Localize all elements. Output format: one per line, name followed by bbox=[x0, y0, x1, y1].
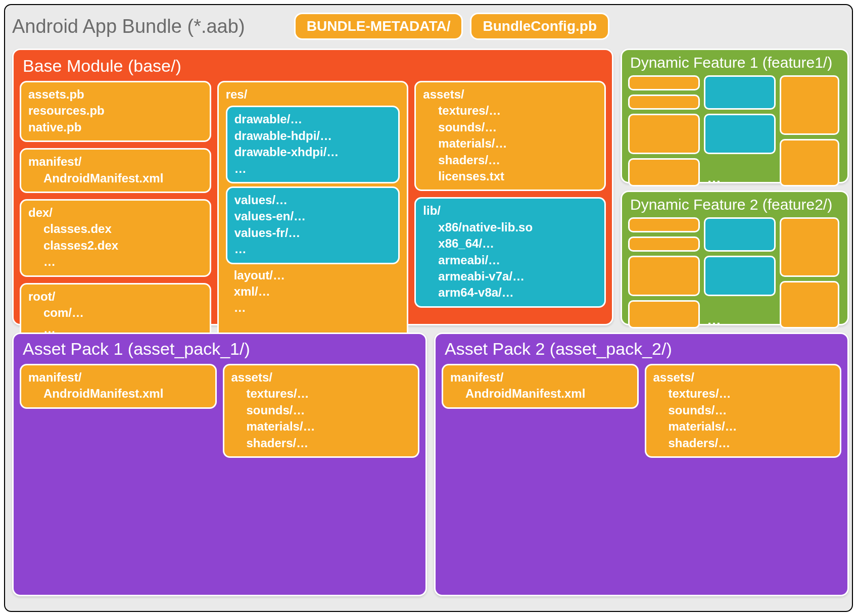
assets-item: textures/… bbox=[423, 103, 597, 119]
base-col-1: assets.pb resources.pb native.pb manifes… bbox=[20, 81, 211, 344]
ap2-manifest-head: manifest/ bbox=[450, 369, 630, 386]
drawable-item: … bbox=[234, 161, 392, 177]
ap1-assets-item: textures/… bbox=[231, 386, 411, 402]
lib-item: armeabi-v7a/… bbox=[423, 268, 597, 285]
rest-item: … bbox=[234, 300, 400, 316]
features-column: Dynamic Feature 1 (feature1/) … Dynamic … bbox=[621, 49, 849, 325]
dex-head: dex/ bbox=[28, 205, 203, 221]
lib-item: x86/native-lib.so bbox=[423, 219, 597, 235]
ap2-assets-item: shaders/… bbox=[653, 435, 833, 451]
feature-chip bbox=[780, 217, 839, 277]
feature-chip-teal bbox=[704, 75, 776, 110]
ap2-manifest-card: manifest/ AndroidManifest.xml bbox=[442, 364, 639, 409]
dex-item: classes2.dex bbox=[28, 238, 203, 254]
asset-pack-1-title: Asset Pack 1 (asset_pack_1/) bbox=[23, 339, 417, 359]
feature-ellipsis: … bbox=[704, 300, 776, 328]
base-col-3: assets/ textures/… sounds/… materials/… … bbox=[414, 81, 606, 344]
feature-1-grid: … bbox=[628, 75, 841, 175]
assets-head: assets/ bbox=[423, 86, 597, 103]
asset-pack-2-cols: manifest/ AndroidManifest.xml assets/ te… bbox=[442, 364, 841, 458]
feature-chip-teal bbox=[704, 256, 776, 296]
pb-item: native.pb bbox=[28, 119, 203, 135]
feature-chip bbox=[628, 75, 700, 90]
feature-2: Dynamic Feature 2 (feature2/) … bbox=[621, 191, 849, 325]
root-head: root/ bbox=[28, 289, 203, 305]
lib-item: arm64-v8a/… bbox=[423, 285, 597, 301]
ap1-manifest-card: manifest/ AndroidManifest.xml bbox=[20, 364, 217, 409]
feature-chip bbox=[628, 114, 700, 154]
ap2-assets-item: textures/… bbox=[653, 386, 833, 402]
feature-ellipsis: … bbox=[704, 158, 776, 186]
feature-chip bbox=[628, 236, 700, 252]
feature-chip bbox=[628, 300, 700, 328]
values-item: values-en/… bbox=[234, 208, 392, 224]
values-group: values/… values-en/… values-fr/… … bbox=[226, 186, 400, 264]
base-module-title: Base Module (base/) bbox=[23, 56, 604, 76]
drawable-group: drawable/… drawable-hdpi/… drawable-xhdp… bbox=[226, 106, 400, 183]
drawable-item: drawable/… bbox=[234, 111, 392, 127]
asset-pack-1-cols: manifest/ AndroidManifest.xml assets/ te… bbox=[20, 364, 419, 458]
lib-item: x86_64/… bbox=[423, 235, 597, 252]
ap2-assets-item: materials/… bbox=[653, 418, 833, 435]
pb-card: assets.pb resources.pb native.pb bbox=[20, 81, 211, 142]
header-row: Android App Bundle (*.aab) BUNDLE-METADA… bbox=[12, 11, 845, 41]
feature-chip bbox=[780, 139, 839, 186]
ap2-assets-item: sounds/… bbox=[653, 402, 833, 418]
ap2-assets-card: assets/ textures/… sounds/… materials/… … bbox=[645, 364, 842, 458]
feature-chip bbox=[628, 256, 700, 296]
drawable-item: drawable-hdpi/… bbox=[234, 128, 392, 144]
drawable-item: drawable-xhdpi/… bbox=[234, 144, 392, 160]
diagram-title: Android App Bundle (*.aab) bbox=[12, 16, 287, 37]
asset-pack-2-title: Asset Pack 2 (asset_pack_2/) bbox=[445, 339, 839, 359]
assets-item: shaders/… bbox=[423, 152, 597, 168]
manifest-card: manifest/ AndroidManifest.xml bbox=[20, 148, 211, 193]
manifest-head: manifest/ bbox=[28, 154, 203, 170]
assets-item: materials/… bbox=[423, 135, 597, 152]
base-module: Base Module (base/) assets.pb resources.… bbox=[12, 49, 613, 325]
pb-item: resources.pb bbox=[28, 103, 203, 119]
feature-chip bbox=[780, 281, 839, 328]
feature-chip-teal bbox=[704, 114, 776, 154]
assets-item: sounds/… bbox=[423, 119, 597, 135]
dex-item: … bbox=[28, 254, 203, 270]
pb-item: assets.pb bbox=[28, 86, 203, 103]
lib-card: lib/ x86/native-lib.so x86_64/… armeabi/… bbox=[414, 197, 606, 307]
lib-item: armeabi/… bbox=[423, 252, 597, 268]
values-item: values/… bbox=[234, 192, 392, 208]
feature-1-title: Dynamic Feature 1 (feature1/) bbox=[630, 54, 839, 71]
values-item: values-fr/… bbox=[234, 225, 392, 241]
feature-chip bbox=[628, 158, 700, 186]
dex-card: dex/ classes.dex classes2.dex … bbox=[20, 199, 211, 277]
asset-packs-row: Asset Pack 1 (asset_pack_1/) manifest/ A… bbox=[12, 333, 849, 596]
pill-bundle-metadata: BUNDLE-METADATA/ bbox=[294, 13, 463, 40]
root-item: com/… bbox=[28, 305, 203, 321]
main-grid: Base Module (base/) assets.pb resources.… bbox=[12, 49, 845, 596]
manifest-item: AndroidManifest.xml bbox=[28, 170, 203, 186]
assets-item: licenses.txt bbox=[423, 168, 597, 184]
feature-chip-teal bbox=[704, 217, 776, 252]
ap1-assets-card: assets/ textures/… sounds/… materials/… … bbox=[223, 364, 420, 458]
values-item: … bbox=[234, 241, 392, 257]
ap1-assets-head: assets/ bbox=[231, 369, 411, 386]
feature-2-title: Dynamic Feature 2 (feature2/) bbox=[630, 196, 839, 213]
ap1-assets-item: materials/… bbox=[231, 418, 411, 435]
ap1-manifest-head: manifest/ bbox=[28, 369, 208, 386]
res-rest: layout/… xml/… … bbox=[226, 267, 400, 316]
asset-pack-2: Asset Pack 2 (asset_pack_2/) manifest/ A… bbox=[434, 333, 849, 596]
ap1-assets-item: shaders/… bbox=[231, 435, 411, 451]
base-columns: assets.pb resources.pb native.pb manifes… bbox=[20, 81, 606, 322]
ap1-manifest-item: AndroidManifest.xml bbox=[28, 386, 208, 402]
rest-item: xml/… bbox=[234, 283, 400, 300]
ap2-manifest-item: AndroidManifest.xml bbox=[450, 386, 630, 402]
assets-card: assets/ textures/… sounds/… materials/… … bbox=[414, 81, 606, 191]
lib-head: lib/ bbox=[423, 203, 597, 219]
base-col-2: res/ drawable/… drawable-hdpi/… drawable… bbox=[217, 81, 409, 344]
aab-diagram: Android App Bundle (*.aab) BUNDLE-METADA… bbox=[4, 4, 853, 612]
dex-item: classes.dex bbox=[28, 221, 203, 237]
asset-pack-1: Asset Pack 1 (asset_pack_1/) manifest/ A… bbox=[12, 333, 427, 596]
feature-chip bbox=[780, 75, 839, 135]
feature-2-grid: … bbox=[628, 217, 841, 317]
rest-item: layout/… bbox=[234, 267, 400, 283]
ap2-assets-head: assets/ bbox=[653, 369, 833, 386]
feature-chip bbox=[628, 217, 700, 232]
